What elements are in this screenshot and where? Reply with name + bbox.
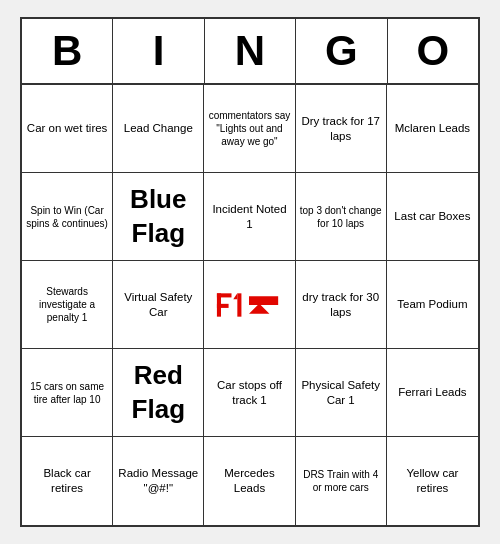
bingo-letter-i: I: [113, 19, 204, 85]
bingo-cell-23[interactable]: DRS Train with 4 or more cars: [296, 437, 387, 525]
f1-logo: [214, 285, 284, 325]
bingo-cell-0[interactable]: Car on wet tires: [22, 85, 113, 173]
bingo-cell-2[interactable]: commentators say "Lights out and away we…: [204, 85, 295, 173]
bingo-cell-24[interactable]: Yellow car retires: [387, 437, 478, 525]
bingo-cell-6[interactable]: Blue Flag: [113, 173, 204, 261]
bingo-cell-1[interactable]: Lead Change: [113, 85, 204, 173]
bingo-cell-14[interactable]: Team Podium: [387, 261, 478, 349]
bingo-cell-5[interactable]: Spin to Win (Car spins & continues): [22, 173, 113, 261]
bingo-cell-17[interactable]: Car stops off track 1: [204, 349, 295, 437]
bingo-cell-13[interactable]: dry track for 30 laps: [296, 261, 387, 349]
bingo-grid: Car on wet tiresLead Changecommentators …: [22, 85, 478, 525]
svg-rect-4: [238, 293, 242, 316]
svg-rect-2: [217, 293, 232, 297]
bingo-cell-18[interactable]: Physical Safety Car 1: [296, 349, 387, 437]
bingo-cell-12[interactable]: [204, 261, 295, 349]
bingo-cell-19[interactable]: Ferrari Leads: [387, 349, 478, 437]
bingo-cell-16[interactable]: Red Flag: [113, 349, 204, 437]
bingo-cell-15[interactable]: 15 cars on same tire after lap 10: [22, 349, 113, 437]
bingo-cell-8[interactable]: top 3 don't change for 10 laps: [296, 173, 387, 261]
bingo-letter-b: B: [22, 19, 113, 85]
bingo-cell-9[interactable]: Last car Boxes: [387, 173, 478, 261]
bingo-cell-10[interactable]: Stewards investigate a penalty 1: [22, 261, 113, 349]
bingo-letter-o: O: [388, 19, 478, 85]
bingo-cell-7[interactable]: Incident Noted 1: [204, 173, 295, 261]
bingo-cell-22[interactable]: Mercedes Leads: [204, 437, 295, 525]
bingo-header: BINGO: [22, 19, 478, 85]
bingo-card: BINGO Car on wet tiresLead Changecomment…: [20, 17, 480, 527]
bingo-letter-g: G: [296, 19, 387, 85]
svg-rect-3: [217, 303, 229, 307]
bingo-cell-4[interactable]: Mclaren Leads: [387, 85, 478, 173]
bingo-cell-3[interactable]: Dry track for 17 laps: [296, 85, 387, 173]
bingo-cell-20[interactable]: Black car retires: [22, 437, 113, 525]
bingo-cell-21[interactable]: Radio Message "@#!": [113, 437, 204, 525]
bingo-letter-n: N: [205, 19, 296, 85]
bingo-cell-11[interactable]: Virtual Safety Car: [113, 261, 204, 349]
